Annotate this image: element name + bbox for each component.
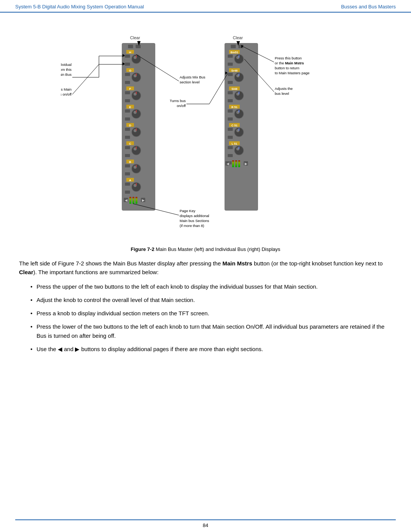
svg-text:▶: ▶ [142,198,145,202]
bullet-item-4: Press the lower of the two buttons to th… [30,322,392,340]
body-text: The left side of Figure 7-2 shows the Ma… [19,259,392,353]
svg-text:◀: ◀ [226,162,229,166]
svg-text:sections from this: sections from this [61,67,72,72]
svg-text:or the Main Mstrs: or the Main Mstrs [275,61,304,65]
footer-line [15,519,396,520]
svg-text:Bus on/off: Bus on/off [61,92,72,96]
svg-rect-7 [231,45,236,48]
svg-rect-30 [125,99,130,102]
svg-text:Press this button: Press this button [275,56,302,60]
svg-rect-93 [228,99,233,102]
svg-rect-96 [228,109,233,113]
svg-text:on/off: on/off [177,104,186,108]
body-paragraph-1: The left side of Figure 7-2 shows the Ma… [19,259,392,277]
svg-rect-40 [125,128,130,131]
svg-rect-68 [129,197,131,204]
svg-rect-65 [125,190,130,194]
svg-text:Selects individual: Selects individual [61,62,72,67]
svg-text:Sl48: Sl48 [231,87,237,91]
svg-text:bus level: bus level [275,91,289,96]
figure-container: Clear Clear [19,28,392,252]
svg-text:D: D [129,124,131,127]
svg-rect-51 [125,154,130,157]
svg-rect-37 [125,117,130,121]
svg-rect-70 [135,197,137,204]
header-right-title: Busses and Bus Masters [341,4,396,10]
svg-rect-89 [228,91,233,94]
svg-text:(if more than 8): (if more than 8) [180,224,204,228]
svg-text:H: H [129,51,131,54]
figure-caption-text: Main Bus Master (left) and Individual Bu… [155,246,280,252]
svg-text:button to return: button to return [275,66,299,70]
svg-rect-4 [128,45,133,48]
bullet-item-2: Adjust the knob to control the overall l… [30,296,392,304]
svg-text:Clear: Clear [130,35,140,40]
svg-rect-86 [228,81,233,84]
page-number: 84 [15,522,396,528]
svg-line-132 [72,64,99,94]
svg-text:section level: section level [180,80,199,84]
svg-rect-33 [125,109,130,113]
svg-rect-100 [228,117,233,121]
svg-rect-5 [135,45,141,48]
page-footer: 84 [0,516,411,532]
and-text: and [64,346,73,352]
bullet-list: Press the upper of the two buttons to th… [30,282,392,354]
svg-rect-116 [232,160,234,167]
svg-rect-23 [125,81,130,84]
header-left-title: System 5-B Digital Audio Mixing System O… [15,4,144,10]
svg-text:L 51: L 51 [232,142,237,145]
svg-text:C 51: C 51 [231,124,237,127]
svg-rect-16 [125,62,130,66]
bullet-item-5: Use the ◀ and ▶ buttons to display addit… [30,345,392,353]
svg-rect-118 [238,160,240,167]
svg-rect-110 [228,146,233,149]
main-content: Clear Clear [0,13,411,369]
svg-text:▶: ▶ [245,162,247,166]
svg-rect-12 [125,54,130,58]
svg-text:R 51: R 51 [231,105,237,109]
svg-text:C: C [129,142,131,145]
figure-caption: Figure 7-2 Main Bus Master (left) and In… [131,246,280,252]
svg-text:A: A [129,179,131,182]
page-header: System 5-B Digital Audio Mixing System O… [0,0,411,13]
svg-rect-79 [228,62,233,66]
svg-rect-58 [125,172,130,176]
svg-text:Main Bus: Main Bus [61,72,72,77]
svg-rect-54 [125,164,130,168]
svg-text:displays additional: displays additional [180,214,209,218]
svg-rect-47 [125,146,130,149]
svg-text:Page Key: Page Key [180,209,195,213]
svg-rect-19 [125,73,130,76]
svg-text:Adjusts the: Adjusts the [275,86,293,91]
svg-text:◀: ◀ [125,198,127,202]
svg-text:Sr48: Sr48 [231,69,237,72]
svg-text:B: B [129,160,131,164]
svg-text:F: F [129,87,131,91]
svg-text:Clear: Clear [233,35,243,40]
svg-rect-44 [125,136,130,139]
svg-text:Turns bus: Turns bus [170,99,186,103]
bullet-item-1: Press the upper of the two buttons to th… [30,282,392,291]
svg-rect-61 [125,182,130,186]
svg-rect-114 [228,154,233,157]
svg-text:to Main Masters  page: to Main Masters page [275,71,309,75]
svg-rect-75 [228,54,233,58]
svg-rect-26 [125,91,130,94]
svg-rect-103 [228,128,233,131]
svg-text:G: G [129,69,131,72]
svg-rect-69 [132,197,134,204]
svg-rect-82 [228,73,233,76]
svg-rect-107 [228,136,233,139]
figure-svg: Clear Clear [61,28,350,241]
svg-rect-117 [235,160,237,167]
svg-text:Bm51: Bm51 [231,51,238,54]
figure-caption-bold: Figure 7-2 [131,246,154,252]
svg-text:Adjusts Mix Bus: Adjusts Mix Bus [180,75,206,79]
svg-text:E: E [129,105,131,109]
svg-text:Turns Main: Turns Main [61,87,72,91]
svg-text:Main bus Sections: Main bus Sections [180,219,209,223]
bullet-item-3: Press a knob to display individual secti… [30,309,392,318]
